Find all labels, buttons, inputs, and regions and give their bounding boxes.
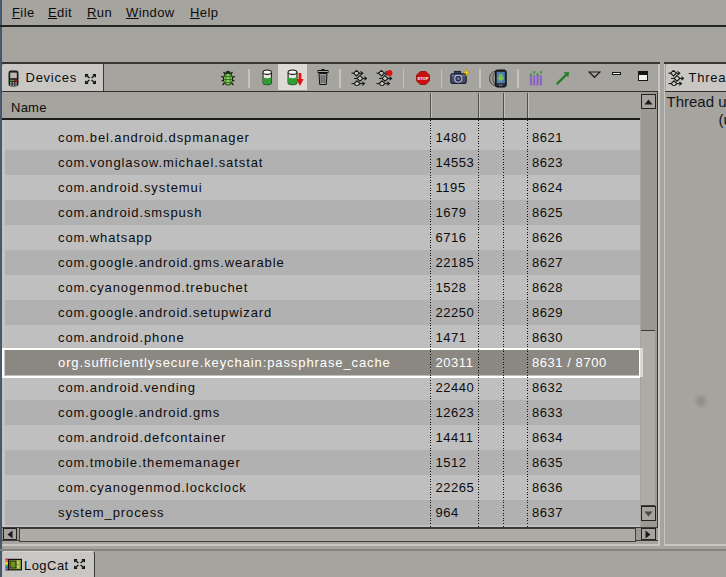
svg-text:STOP: STOP [417,75,429,80]
